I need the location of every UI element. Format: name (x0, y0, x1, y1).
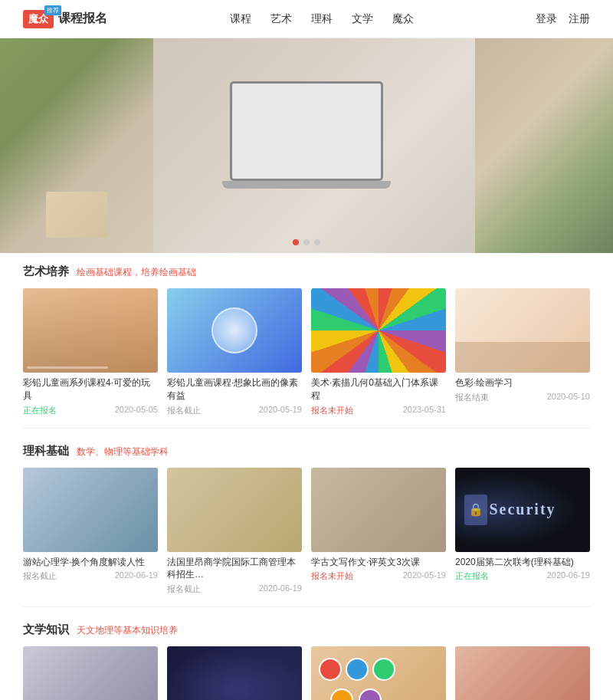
art-section-sub: 绘画基础课程，培养绘画基础 (77, 266, 196, 279)
lit-section-header: 文学知识 天文地理等基本知识培养 (23, 623, 590, 637)
sci-img-1 (23, 468, 158, 552)
art-course-grid: 彩铅儿童画系列课程4·可爱的玩具 正在报名 2020-05-05 彩铅儿童画课程… (23, 288, 590, 416)
sci-card-2-status: 报名截止 (167, 583, 201, 595)
art-card-1-title: 彩铅儿童画系列课程4·可爱的玩具 (23, 376, 158, 403)
dot-3[interactable] (314, 239, 320, 245)
header-actions: 登录 注册 (536, 12, 590, 26)
art-card-3-date: 2023-05-31 (403, 405, 446, 416)
art-card-4-date: 2020-05-10 (547, 392, 590, 403)
art-img-1 (23, 288, 158, 373)
art-section-title: 艺术培养 (23, 265, 69, 279)
lit-img-3 (311, 646, 446, 700)
banner (0, 38, 613, 253)
sci-img-4: 🔒 Security (455, 468, 590, 552)
art-img-4 (455, 288, 590, 373)
lit-img-4 (455, 646, 590, 700)
sci-card-3-status: 报名未开始 (311, 570, 353, 582)
art-card-1[interactable]: 彩铅儿童画系列课程4·可爱的玩具 正在报名 2020-05-05 (23, 288, 158, 416)
sci-card-3-date: 2020-05-19 (403, 570, 446, 582)
lit-course-grid: 20届第二次联考（理科基础） 正在报名 2020-06-27 国国里昂商学院国际… (23, 646, 590, 700)
sci-card-4-status: 正在报名 (455, 570, 489, 582)
register-button[interactable]: 注册 (569, 12, 590, 26)
banner-dots (293, 239, 320, 245)
art-section-header: 艺术培养 绘画基础课程，培养绘画基础 (23, 265, 590, 279)
sci-img-3 (311, 468, 446, 552)
logo[interactable]: 魔众 推荐 课程报名 (23, 10, 107, 28)
science-course-grid: 游站心理学·换个角度解读人性 报名截止 2020-06-19 法国里昂商学院国际… (23, 468, 590, 596)
sci-card-1-date: 2020-06-19 (115, 570, 158, 582)
art-card-3-status: 报名未开始 (311, 405, 353, 416)
art-card-4[interactable]: 色彩·绘画学习 报名结束 2020-05-10 (455, 288, 590, 416)
science-section-title: 理科基础 (23, 444, 69, 458)
header: 魔众 推荐 课程报名 课程 艺术 理科 文学 魔众 登录 注册 (0, 0, 613, 38)
sci-card-4-date: 2020-06-19 (547, 570, 590, 582)
art-card-4-status: 报名结束 (455, 392, 489, 403)
science-section: 理科基础 数学、物理等基础学科 游站心理学·换个角度解读人性 报名截止 2020… (0, 432, 613, 603)
login-button[interactable]: 登录 (536, 12, 557, 26)
sci-card-4[interactable]: 🔒 Security 2020届第二次联考(理科基础) 正在报名 2020-06… (455, 468, 590, 596)
art-card-4-title: 色彩·绘画学习 (455, 376, 590, 389)
sci-card-2[interactable]: 法国里昂商学院国际工商管理本科招生… 报名截止 2020-06-19 (167, 468, 302, 596)
sci-img-2 (167, 468, 302, 552)
logo-text: 课程报名 (58, 11, 107, 27)
sci-card-3-title: 学古文写作文·评英文3次课 (311, 556, 446, 569)
art-card-2[interactable]: 彩铅儿童画课程·想象比画的像素有益 报名截止 2020-05-19 (167, 288, 302, 416)
lit-card-4[interactable]: 学古文写作文5次课 正在报名 2020-06-30 (455, 646, 590, 700)
lit-section: 文学知识 天文地理等基本知识培养 20届第二次联考（理科基础） 正在报名 202… (0, 611, 613, 700)
main-nav: 课程 艺术 理科 文学 魔众 (230, 12, 414, 26)
art-card-1-status: 正在报名 (23, 405, 57, 416)
lit-card-2[interactable]: 国国里昂商学院国际工商管理本科招生填… 正在报名 2020-06-23 (167, 646, 302, 700)
logo-badge: 推荐 (44, 5, 61, 15)
art-img-3 (311, 288, 446, 373)
sci-card-1-status: 报名截止 (23, 570, 57, 582)
art-img-2 (167, 288, 302, 373)
lit-img-2 (167, 646, 302, 700)
nav-science[interactable]: 理科 (311, 12, 333, 26)
science-section-header: 理科基础 数学、物理等基础学科 (23, 444, 590, 458)
sci-card-2-date: 2020-06-19 (259, 583, 302, 595)
art-card-2-title: 彩铅儿童画课程·想象比画的像素有益 (167, 376, 302, 403)
art-card-3[interactable]: 美术·素描几何0基础入门体系课程 报名未开始 2023-05-31 (311, 288, 446, 416)
art-card-3-title: 美术·素描几何0基础入门体系课程 (311, 376, 446, 403)
sci-card-4-title: 2020届第二次联考(理科基础) (455, 556, 590, 569)
lit-section-sub: 天文地理等基本知识培养 (77, 624, 178, 637)
sci-card-1-title: 游站心理学·换个角度解读人性 (23, 556, 158, 569)
art-card-2-date: 2020-05-19 (259, 405, 302, 416)
art-card-1-date: 2020-05-05 (115, 405, 158, 416)
sci-card-3[interactable]: 学古文写作文·评英文3次课 报名未开始 2020-05-19 (311, 468, 446, 596)
nav-literature[interactable]: 文学 (352, 12, 373, 26)
lit-card-3[interactable]: 学古文写作文·评英文3次课 报名未开始 2020-06-23 (311, 646, 446, 700)
science-section-sub: 数学、物理等基础学科 (77, 445, 169, 458)
lit-card-1[interactable]: 20届第二次联考（理科基础） 正在报名 2020-06-27 (23, 646, 158, 700)
nav-mozh[interactable]: 魔众 (392, 12, 414, 26)
nav-course[interactable]: 课程 (230, 12, 251, 26)
dot-2[interactable] (303, 239, 310, 245)
lit-img-1 (23, 646, 158, 700)
art-section: 艺术培养 绘画基础课程，培养绘画基础 彩铅儿童画系列课程4·可爱的玩具 正在报名… (0, 253, 613, 424)
nav-art[interactable]: 艺术 (270, 12, 292, 26)
sci-card-1[interactable]: 游站心理学·换个角度解读人性 报名截止 2020-06-19 (23, 468, 158, 596)
sci-card-2-title: 法国里昂商学院国际工商管理本科招生… (167, 556, 302, 582)
dot-1[interactable] (293, 239, 299, 245)
art-card-2-status: 报名截止 (167, 405, 201, 416)
lit-section-title: 文学知识 (23, 623, 69, 637)
